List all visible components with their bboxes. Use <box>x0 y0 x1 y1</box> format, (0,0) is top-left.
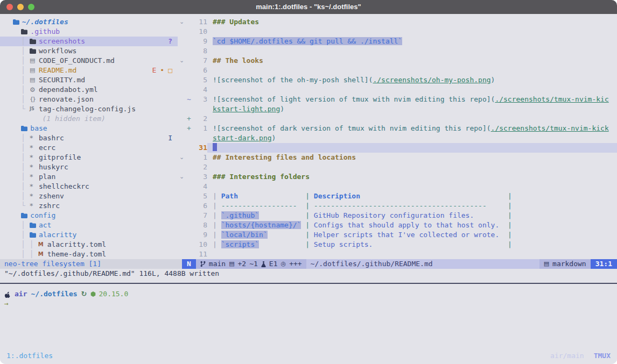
line-text[interactable] <box>207 182 617 191</box>
tree-item[interactable]: (1 hidden item) <box>0 114 178 124</box>
editor-line[interactable]: 6| ------------------ | ----------------… <box>178 201 617 211</box>
editor-line[interactable]: 8| `hosts/{hostname}/` | Configs that sh… <box>178 220 617 230</box>
tree-item[interactable]: │ ▤CODE_OF_CONDUCT.md <box>0 56 178 66</box>
tree-item[interactable]: .github <box>0 27 178 37</box>
editor-line[interactable]: ~3![screenshot of light version of tmux … <box>178 95 617 104</box>
tree-item[interactable]: ~/.dotfiles <box>0 17 178 27</box>
line-text[interactable]: | `hosts/{hostname}/` | Configs that sho… <box>207 220 617 230</box>
tree-item[interactable]: └ *zshrc <box>0 201 178 211</box>
text-segment: | <box>508 221 512 229</box>
line-text[interactable]: | `.github` | GitHub Repository configur… <box>207 211 617 220</box>
line-number: 10 <box>193 27 207 37</box>
editor-line[interactable]: ⌄7## The looks <box>178 56 617 66</box>
editor-line[interactable]: 9| `local/bin` | Helper scripts that I'v… <box>178 230 617 240</box>
fold-chevron-icon[interactable]: ⌄ <box>178 56 187 66</box>
fold-column <box>178 191 187 201</box>
line-text[interactable]: | Path | Description | <box>207 191 617 201</box>
editor-line[interactable]: start-dark.png) <box>178 133 617 143</box>
line-text[interactable] <box>207 143 617 153</box>
tree-item[interactable]: │ alacritty <box>0 230 178 240</box>
editor-line[interactable]: 10 <box>178 27 617 37</box>
editor-line[interactable]: +1![screenshot of dark version of tmux w… <box>178 124 617 133</box>
tree-item[interactable]: │ ▤README.mdE•□ <box>0 66 178 75</box>
titlebar[interactable]: main:1:.dotfiles - "ks~/.dotfiles" <box>0 0 617 14</box>
editor-line[interactable]: 7| `.github` | GitHub Repository configu… <box>178 211 617 220</box>
line-text[interactable]: ### Updates <box>207 17 617 27</box>
tree-item[interactable]: │ workflows <box>0 46 178 56</box>
line-text[interactable] <box>207 162 617 172</box>
editor-line[interactable]: 5![screenshot of the oh-my-posh shell](.… <box>178 75 617 85</box>
git-sign-column <box>187 85 193 95</box>
line-text[interactable] <box>207 85 617 95</box>
text-segment: | <box>508 192 512 200</box>
tree-item[interactable]: │ ⚙dependabot.yml <box>0 85 178 95</box>
line-text[interactable]: ![screenshot of dark version of tmux wit… <box>207 124 617 133</box>
line-text[interactable]: | ------------------ | -----------------… <box>207 201 617 211</box>
shell-pane[interactable]: air ~/.dotfiles ↻ 20.15.0 → <box>0 284 617 309</box>
text-segment: ----------------------------------------… <box>314 202 487 210</box>
editor-line[interactable]: 9`cd $HOME/.dotfiles && git pull && ./in… <box>178 37 617 46</box>
tree-item[interactable]: │ *shellcheckrc <box>0 182 178 191</box>
tree-item[interactable]: │ *bashrcI <box>0 133 178 143</box>
tree-item[interactable]: │ act <box>0 220 178 230</box>
line-text[interactable]: ![screenshot of the oh-my-posh shell](./… <box>207 75 617 85</box>
zoom-button[interactable] <box>28 4 34 10</box>
folder-blue-icon <box>30 223 39 228</box>
tmux-window-tab[interactable]: 1:.dotfiles <box>6 351 53 361</box>
traffic-lights <box>6 0 34 14</box>
fold-chevron-icon[interactable]: ⌄ <box>178 17 187 27</box>
editor-line[interactable]: ⌄3### Interesting folders <box>178 172 617 182</box>
text-segment: `scripts` <box>221 240 259 248</box>
fold-chevron-icon[interactable]: ⌄ <box>178 172 187 182</box>
editor-line[interactable]: 4 <box>178 182 617 191</box>
editor-line[interactable]: 11 <box>178 249 617 259</box>
editor-line[interactable]: ⌄1## Interesting files and locations <box>178 153 617 162</box>
line-text[interactable]: ## Interesting files and locations <box>207 153 617 162</box>
tree-item[interactable]: base <box>0 124 178 133</box>
editor-line[interactable]: 31 <box>178 143 617 153</box>
tree-item[interactable]: │ *gitprofile <box>0 153 178 162</box>
close-button[interactable] <box>6 4 13 10</box>
tree-item[interactable]: │ *ecrc <box>0 143 178 153</box>
git-sign-column <box>187 153 193 162</box>
tree-item[interactable]: │ ▤SECURITY.md <box>0 75 178 85</box>
tree-indent-guide: │ <box>4 37 30 46</box>
tree-item[interactable]: │ {}renovate.json <box>0 95 178 104</box>
line-text[interactable] <box>207 27 617 37</box>
line-text[interactable] <box>207 46 617 56</box>
git-branch-icon <box>200 261 206 267</box>
tree-item[interactable]: config <box>0 211 178 220</box>
fold-chevron-icon[interactable]: ⌄ <box>178 153 187 162</box>
line-text[interactable]: ## The looks <box>207 56 617 66</box>
line-text[interactable] <box>207 66 617 75</box>
editor-line[interactable]: +2 <box>178 114 617 124</box>
line-text[interactable]: ![screenshot of light version of tmux wi… <box>207 95 617 104</box>
line-text[interactable] <box>207 114 617 124</box>
tree-item[interactable]: │ │ Malacritty.toml <box>0 240 178 249</box>
line-text[interactable]: | `scripts` | Setup scripts. | <box>207 240 617 249</box>
editor-line[interactable]: 4 <box>178 85 617 95</box>
tree-item[interactable]: │ *huskyrc <box>0 162 178 172</box>
line-text[interactable]: start-dark.png) <box>207 133 617 143</box>
line-text[interactable]: | `local/bin` | Helper scripts that I've… <box>207 230 617 240</box>
editor-line[interactable]: 6 <box>178 66 617 75</box>
tree-item[interactable]: │ *plan <box>0 172 178 182</box>
editor-line[interactable]: kstart-light.png) <box>178 104 617 114</box>
minimize-button[interactable] <box>17 4 24 10</box>
tree-item[interactable]: │ *zshenv <box>0 191 178 201</box>
editor-line[interactable]: 8 <box>178 46 617 56</box>
editor-buffer[interactable]: ⌄11### Updates109`cd $HOME/.dotfiles && … <box>178 14 617 259</box>
editor-line[interactable]: ⌄11### Updates <box>178 17 617 27</box>
editor-line[interactable]: 2 <box>178 162 617 172</box>
editor-line[interactable]: 5| Path | Description | <box>178 191 617 201</box>
line-text[interactable] <box>207 249 617 259</box>
tree-indent-guide: │ <box>4 230 30 240</box>
line-text[interactable]: ### Interesting folders <box>207 172 617 182</box>
tree-item[interactable]: └ JStag-changelog-config.js <box>0 104 178 114</box>
tree-item[interactable]: │ screenshots? <box>0 37 178 46</box>
tree-item[interactable]: │ │ Mtheme-day.toml <box>0 249 178 259</box>
line-text[interactable]: `cd $HOME/.dotfiles && git pull && ./ins… <box>207 37 617 46</box>
neo-tree-sidebar[interactable]: ~/.dotfiles .github │ screenshots? │ wor… <box>0 14 178 259</box>
editor-line[interactable]: 10| `scripts` | Setup scripts. | <box>178 240 617 249</box>
line-text[interactable]: kstart-light.png) <box>207 104 617 114</box>
